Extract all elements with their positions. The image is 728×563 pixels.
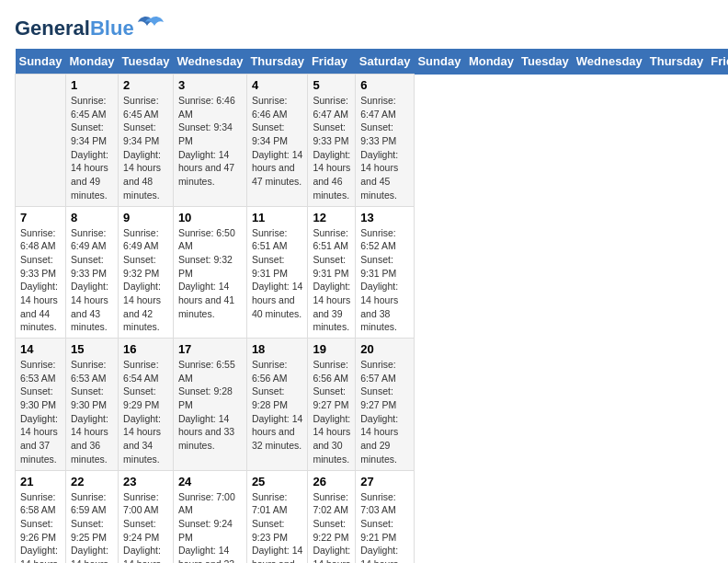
day-number: 21 <box>20 475 61 488</box>
day-cell: 12Sunrise: 6:51 AMSunset: 9:31 PMDayligh… <box>308 206 356 339</box>
day-number: 1 <box>71 78 113 92</box>
header-wednesday: Wednesday <box>173 49 246 75</box>
day-info: Sunrise: 6:51 AMSunset: 9:31 PMDaylight:… <box>313 226 350 335</box>
day-number: 22 <box>71 475 113 488</box>
day-number: 19 <box>313 342 350 356</box>
day-number: 16 <box>123 342 168 356</box>
day-cell: 17Sunrise: 6:55 AMSunset: 9:28 PMDayligh… <box>173 339 246 471</box>
day-info: Sunrise: 7:00 AMSunset: 9:24 PMDaylight:… <box>178 490 242 564</box>
col-header-wednesday: Wednesday <box>573 49 646 75</box>
col-header-sunday: Sunday <box>414 49 464 75</box>
day-number: 20 <box>360 342 409 356</box>
col-header-tuesday: Tuesday <box>518 49 573 75</box>
day-cell: 14Sunrise: 6:53 AMSunset: 9:30 PMDayligh… <box>16 339 66 471</box>
day-number: 11 <box>252 211 303 224</box>
day-cell: 18Sunrise: 6:56 AMSunset: 9:28 PMDayligh… <box>246 339 308 471</box>
day-cell: 23Sunrise: 7:00 AMSunset: 9:24 PMDayligh… <box>119 470 174 563</box>
header-sunday: Sunday <box>16 49 66 75</box>
day-info: Sunrise: 7:03 AMSunset: 9:21 PMDaylight:… <box>360 490 409 564</box>
day-number: 17 <box>178 342 242 356</box>
day-cell: 8Sunrise: 6:49 AMSunset: 9:33 PMDaylight… <box>65 206 118 339</box>
day-info: Sunrise: 6:46 AMSunset: 9:34 PMDaylight:… <box>252 94 303 189</box>
day-info: Sunrise: 6:53 AMSunset: 9:30 PMDaylight:… <box>71 358 113 466</box>
logo-bird-icon <box>138 15 164 41</box>
day-number: 2 <box>123 78 168 92</box>
day-info: Sunrise: 7:02 AMSunset: 9:22 PMDaylight:… <box>313 490 350 564</box>
day-cell: 19Sunrise: 6:56 AMSunset: 9:27 PMDayligh… <box>308 339 356 471</box>
day-info: Sunrise: 6:45 AMSunset: 9:34 PMDaylight:… <box>71 94 113 202</box>
page-header: GeneralBlue <box>15 15 713 41</box>
day-info: Sunrise: 6:53 AMSunset: 9:30 PMDaylight:… <box>20 358 61 466</box>
day-cell: 3Sunrise: 6:46 AMSunset: 9:34 PMDaylight… <box>173 75 246 207</box>
col-header-thursday: Thursday <box>646 49 708 75</box>
header-friday: Friday <box>308 49 356 75</box>
day-info: Sunrise: 6:48 AMSunset: 9:33 PMDaylight:… <box>20 226 61 335</box>
day-info: Sunrise: 7:00 AMSunset: 9:24 PMDaylight:… <box>123 490 168 564</box>
day-cell: 25Sunrise: 7:01 AMSunset: 9:23 PMDayligh… <box>246 470 308 563</box>
day-cell: 5Sunrise: 6:47 AMSunset: 9:33 PMDaylight… <box>308 75 356 207</box>
day-number: 15 <box>71 342 113 356</box>
day-number: 14 <box>20 342 61 356</box>
header-monday: Monday <box>65 49 118 75</box>
day-info: Sunrise: 7:01 AMSunset: 9:23 PMDaylight:… <box>252 490 303 564</box>
day-info: Sunrise: 6:55 AMSunset: 9:28 PMDaylight:… <box>178 358 242 453</box>
day-info: Sunrise: 6:46 AMSunset: 9:34 PMDaylight:… <box>178 94 242 189</box>
day-cell: 9Sunrise: 6:49 AMSunset: 9:32 PMDaylight… <box>119 206 174 339</box>
day-info: Sunrise: 6:59 AMSunset: 9:25 PMDaylight:… <box>71 490 113 564</box>
day-info: Sunrise: 6:45 AMSunset: 9:34 PMDaylight:… <box>123 94 168 202</box>
logo: GeneralBlue <box>15 15 164 41</box>
day-cell: 21Sunrise: 6:58 AMSunset: 9:26 PMDayligh… <box>16 470 66 563</box>
calendar-header-row: SundayMondayTuesdayWednesdayThursdayFrid… <box>16 49 729 75</box>
day-number: 23 <box>123 475 168 488</box>
day-cell: 15Sunrise: 6:53 AMSunset: 9:30 PMDayligh… <box>65 339 118 471</box>
week-row-1: 1Sunrise: 6:45 AMSunset: 9:34 PMDaylight… <box>16 75 729 207</box>
day-cell: 22Sunrise: 6:59 AMSunset: 9:25 PMDayligh… <box>65 470 118 563</box>
header-tuesday: Tuesday <box>119 49 174 75</box>
day-number: 13 <box>360 211 409 224</box>
day-cell: 16Sunrise: 6:54 AMSunset: 9:29 PMDayligh… <box>119 339 174 471</box>
day-info: Sunrise: 6:49 AMSunset: 9:33 PMDaylight:… <box>71 226 113 335</box>
day-info: Sunrise: 6:50 AMSunset: 9:32 PMDaylight:… <box>178 226 242 321</box>
day-number: 10 <box>178 211 242 224</box>
day-number: 24 <box>178 475 242 488</box>
col-header-monday: Monday <box>465 49 518 75</box>
day-cell <box>16 75 66 207</box>
day-info: Sunrise: 6:56 AMSunset: 9:28 PMDaylight:… <box>252 358 303 453</box>
day-cell: 1Sunrise: 6:45 AMSunset: 9:34 PMDaylight… <box>65 75 118 207</box>
day-cell: 26Sunrise: 7:02 AMSunset: 9:22 PMDayligh… <box>308 470 356 563</box>
header-saturday: Saturday <box>356 49 415 75</box>
day-cell: 11Sunrise: 6:51 AMSunset: 9:31 PMDayligh… <box>246 206 308 339</box>
day-cell: 7Sunrise: 6:48 AMSunset: 9:33 PMDaylight… <box>16 206 66 339</box>
day-cell: 13Sunrise: 6:52 AMSunset: 9:31 PMDayligh… <box>356 206 415 339</box>
day-number: 18 <box>252 342 303 356</box>
day-number: 8 <box>71 211 113 224</box>
day-cell: 6Sunrise: 6:47 AMSunset: 9:33 PMDaylight… <box>356 75 415 207</box>
day-cell: 2Sunrise: 6:45 AMSunset: 9:34 PMDaylight… <box>119 75 174 207</box>
day-info: Sunrise: 6:51 AMSunset: 9:31 PMDaylight:… <box>252 226 303 321</box>
day-info: Sunrise: 6:58 AMSunset: 9:26 PMDaylight:… <box>20 490 61 564</box>
day-info: Sunrise: 6:56 AMSunset: 9:27 PMDaylight:… <box>313 358 350 466</box>
day-cell: 20Sunrise: 6:57 AMSunset: 9:27 PMDayligh… <box>356 339 415 471</box>
day-number: 5 <box>313 78 350 92</box>
day-number: 25 <box>252 475 303 488</box>
day-cell: 27Sunrise: 7:03 AMSunset: 9:21 PMDayligh… <box>356 470 415 563</box>
day-info: Sunrise: 6:57 AMSunset: 9:27 PMDaylight:… <box>360 358 409 466</box>
week-row-4: 21Sunrise: 6:58 AMSunset: 9:26 PMDayligh… <box>16 470 729 563</box>
day-info: Sunrise: 6:47 AMSunset: 9:33 PMDaylight:… <box>313 94 350 202</box>
day-number: 4 <box>252 78 303 92</box>
day-number: 12 <box>313 211 350 224</box>
day-number: 3 <box>178 78 242 92</box>
day-info: Sunrise: 6:52 AMSunset: 9:31 PMDaylight:… <box>360 226 409 335</box>
col-header-friday: Friday <box>707 49 728 75</box>
day-number: 7 <box>20 211 61 224</box>
day-cell: 10Sunrise: 6:50 AMSunset: 9:32 PMDayligh… <box>173 206 246 339</box>
day-number: 27 <box>360 475 409 488</box>
day-info: Sunrise: 6:54 AMSunset: 9:29 PMDaylight:… <box>123 358 168 466</box>
logo-text: GeneralBlue <box>15 17 134 40</box>
day-cell: 24Sunrise: 7:00 AMSunset: 9:24 PMDayligh… <box>173 470 246 563</box>
week-row-2: 7Sunrise: 6:48 AMSunset: 9:33 PMDaylight… <box>16 206 729 339</box>
day-number: 6 <box>360 78 409 92</box>
day-cell: 4Sunrise: 6:46 AMSunset: 9:34 PMDaylight… <box>246 75 308 207</box>
week-row-3: 14Sunrise: 6:53 AMSunset: 9:30 PMDayligh… <box>16 339 729 471</box>
calendar-table: SundayMondayTuesdayWednesdayThursdayFrid… <box>15 49 728 563</box>
